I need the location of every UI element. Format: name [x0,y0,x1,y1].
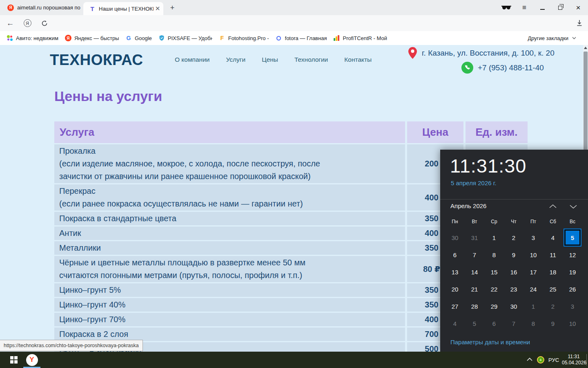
calendar-day[interactable]: 6 [447,247,463,263]
calendar-next-month-button[interactable] [568,203,578,210]
calendar-day[interactable]: 19 [564,264,581,280]
calendar-day[interactable]: 3 [564,298,581,314]
calendar-day[interactable]: 23 [506,281,522,297]
calendar-day[interactable]: 4 [545,229,561,246]
minimize-button[interactable] [535,0,550,15]
calendar-day[interactable]: 30 [506,298,522,314]
calendar-day[interactable]: 14 [466,264,483,280]
calendar-day[interactable]: 2 [545,298,561,314]
close-window-button[interactable]: × [571,0,586,15]
restore-button[interactable] [553,0,568,15]
calendar-day[interactable]: 9 [506,247,522,263]
scrollbar-up-arrow-icon[interactable] [584,47,587,49]
tab-close-icon[interactable]: ✕ [154,4,162,13]
calendar-day[interactable]: 2 [506,229,522,246]
calendar-day[interactable]: 20 [447,281,463,297]
calendar-day[interactable]: 29 [486,298,502,314]
tray-expand-chevron-icon[interactable] [526,357,533,362]
calendar-day[interactable]: 3 [525,229,541,246]
calendar-day[interactable]: 15 [486,264,502,280]
tray-app-icon[interactable]: + [537,356,544,364]
calendar-day[interactable]: 8 [525,315,541,332]
bookmark-label: Fotohosting.Pro - [228,35,269,41]
bookmark-label: PIXSAFE — Удобн [168,35,212,41]
flyout-divider [440,199,588,200]
nav-link[interactable]: Услуги [226,56,246,63]
site-logo[interactable]: ТЕХНОКРАС [50,52,143,69]
calendar-day[interactable]: 1 [525,298,541,314]
nav-link[interactable]: Цены [262,56,278,63]
yandex-browser-icon: Y [26,354,38,366]
location-pin-icon [408,47,417,59]
calendar-day[interactable]: 8 [486,247,502,263]
calendar-day[interactable]: 9 [545,315,561,332]
calendar-day[interactable]: 4 [447,315,463,332]
calendar-day[interactable]: 13 [447,264,463,280]
bookmark-item[interactable]: ProfiTCentR - Мой [333,35,387,41]
yandex-home-button[interactable]: Я [21,15,33,31]
calendar-day[interactable]: 27 [447,298,463,314]
calendar-day[interactable]: 31 [466,229,483,246]
calendar-day[interactable]: 7 [506,315,522,332]
ring-icon [276,35,282,41]
show-desktop-button[interactable] [586,354,587,366]
back-button[interactable]: ← [4,15,16,31]
calendar-prev-month-button[interactable] [548,203,558,210]
nav-link[interactable]: О компании [175,56,210,63]
tab-title: aimetall.ru порошковая по [17,4,82,11]
language-indicator[interactable]: РУС [548,357,559,363]
calendar-day[interactable]: 17 [525,264,541,280]
col-header-unit: Ед. изм. [466,121,528,143]
bookmark-item[interactable]: FFotohosting.Pro - [219,35,269,41]
calendar-day[interactable]: 24 [525,281,541,297]
service-cell: Цинко–грунт 5% [54,283,405,297]
bookmark-item[interactable]: fotora — Главная [276,35,327,41]
calendar-day[interactable]: 21 [466,281,483,297]
calendar-day[interactable]: 26 [564,281,581,297]
incognito-glasses-icon[interactable] [499,0,514,15]
bookmark-label: Google [135,35,152,41]
service-cell: Металлики [54,241,405,255]
calendar-day[interactable]: 30 [447,229,463,246]
calendar-day[interactable]: 25 [545,281,561,297]
calendar-day[interactable]: 28 [466,298,483,314]
calendar-day[interactable]: 6 [486,315,502,332]
calendar-month-label[interactable]: Апрель 2026 [450,202,486,209]
site-phone[interactable]: +7 (953) 488-11-40 [478,63,544,72]
calendar-day[interactable]: 5 [466,315,483,332]
taskbar-yandex-browser-button[interactable]: Y [22,352,42,368]
date-time-settings-link[interactable]: Параметры даты и времени [450,339,530,346]
calendar-day[interactable]: 22 [486,281,502,297]
tab-aimetall[interactable]: Я aimetall.ru порошковая по [3,0,82,15]
calendar-day-selected[interactable]: 5 [566,231,579,245]
calendar-day[interactable]: 18 [545,264,561,280]
start-button[interactable] [5,352,23,368]
day-of-week-label: Вт [472,219,477,224]
calendar-day[interactable]: 16 [506,264,522,280]
clock-date-link[interactable]: 5 апреля 2026 г. [451,180,497,186]
bookmark-item[interactable]: GGoogle [125,35,152,41]
scrollbar-thumb[interactable] [584,52,588,154]
nav-link[interactable]: Технологии [294,56,328,63]
calendar-day[interactable]: 12 [564,247,581,263]
taskbar-clock[interactable]: 11:31 05.04.2026 [562,354,586,366]
other-bookmarks-button[interactable]: Другие закладки [528,35,577,41]
whatsapp-icon[interactable] [461,62,473,74]
download-button[interactable] [572,15,586,31]
calendar-day[interactable]: 10 [564,315,581,332]
tab-technokras-active[interactable]: T Наши цены | ТЕХНОКР ✕ [83,2,163,15]
nav-link[interactable]: Контакты [344,56,372,63]
calendar-day[interactable]: 7 [466,247,483,263]
calendar-day[interactable]: 10 [525,247,541,263]
bookmark-item[interactable]: PIXSAFE — Удобн [158,35,212,41]
new-tab-button[interactable]: + [167,3,177,13]
calendar-day[interactable]: 1 [486,229,502,246]
reload-button[interactable] [38,15,51,31]
bookmark-item[interactable]: Авито: недвижим [7,35,58,41]
bookmark-item[interactable]: ЯЯндекс — быстры [65,35,119,41]
yandex-favicon-icon: Я [7,4,14,11]
browser-menu-button[interactable]: ≡ [517,0,532,15]
calendar-day[interactable]: 11 [545,247,561,263]
tab-title: Наши цены | ТЕХНОКР [99,6,154,12]
google-icon: G [125,35,132,41]
